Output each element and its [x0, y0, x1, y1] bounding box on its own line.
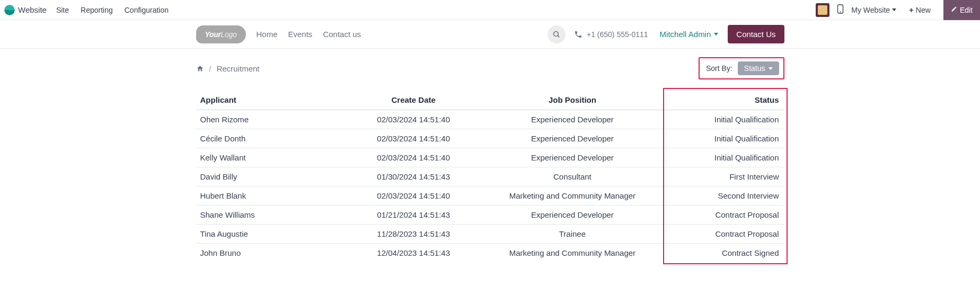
- edit-button[interactable]: Edit: [943, 0, 980, 20]
- cell-applicant: John Bruno: [196, 244, 349, 263]
- cell-status: Initial Qualification: [666, 110, 784, 129]
- caret-down-icon: [769, 67, 773, 70]
- breadcrumb-separator: /: [209, 64, 211, 73]
- cell-status: Contract Signed: [666, 244, 784, 263]
- table-row[interactable]: John Bruno12/04/2023 14:51:43Marketing a…: [196, 244, 784, 263]
- nav-events[interactable]: Events: [288, 30, 313, 39]
- brand-logo-text: YourLogo: [205, 30, 236, 39]
- cell-status: Initial Qualification: [666, 129, 784, 148]
- cell-status: Initial Qualification: [666, 148, 784, 167]
- cell-job-position: Marketing and Community Manager: [478, 244, 666, 263]
- top-right: My Website + New Edit: [816, 0, 980, 20]
- top-menu-reporting[interactable]: Reporting: [81, 6, 113, 14]
- phone-block: +1 (650) 555-0111: [574, 30, 648, 39]
- table-header-row: Applicant Create Date Job Position Statu…: [196, 90, 784, 110]
- cell-create-date: 11/28/2023 14:51:43: [349, 225, 478, 244]
- edit-label: Edit: [960, 6, 973, 14]
- site-header: YourLogo Home Events Contact us +1 (650)…: [0, 20, 980, 49]
- cell-job-position: Consultant: [478, 167, 666, 186]
- top-menu-configuration[interactable]: Configuration: [125, 6, 169, 14]
- cell-applicant: Shane Williams: [196, 205, 349, 225]
- top-menu: Site Reporting Configuration: [56, 6, 169, 14]
- sort-by-value: Status: [744, 64, 765, 73]
- svg-point-1: [840, 12, 841, 13]
- table-row[interactable]: Ohen Rizome02/03/2024 14:51:40Experience…: [196, 110, 784, 129]
- new-label: New: [916, 6, 931, 14]
- caret-down-icon: [714, 33, 718, 35]
- cell-job-position: Trainee: [478, 225, 666, 244]
- main-content: / Recruitment Sort By: Status Applicant …: [196, 49, 784, 267]
- my-website-dropdown[interactable]: My Website: [851, 6, 896, 14]
- phone-number[interactable]: +1 (650) 555-0111: [587, 30, 648, 39]
- cell-job-position: Experienced Developer: [478, 205, 666, 225]
- cell-status: Second Interview: [666, 186, 784, 205]
- avatar[interactable]: [816, 3, 829, 17]
- breadcrumb: / Recruitment: [196, 64, 260, 73]
- table-row[interactable]: Shane Williams01/21/2024 14:51:43Experie…: [196, 205, 784, 225]
- caret-down-icon: [892, 8, 896, 11]
- cell-create-date: 12/04/2023 14:51:43: [349, 244, 478, 263]
- search-button[interactable]: [548, 25, 566, 43]
- cell-create-date: 01/30/2024 14:51:43: [349, 167, 478, 186]
- app-name[interactable]: Website: [18, 5, 47, 14]
- col-header-create-date[interactable]: Create Date: [349, 90, 478, 110]
- cell-create-date: 02/03/2024 14:51:40: [349, 129, 478, 148]
- table-row[interactable]: David Billy01/30/2024 14:51:43Consultant…: [196, 167, 784, 186]
- cell-create-date: 01/21/2024 14:51:43: [349, 205, 478, 225]
- top-bar: Website Site Reporting Configuration My …: [0, 0, 980, 20]
- user-name: Mitchell Admin: [660, 30, 711, 39]
- user-dropdown[interactable]: Mitchell Admin: [660, 30, 719, 39]
- cell-create-date: 02/03/2024 14:51:40: [349, 148, 478, 167]
- recruitment-table: Applicant Create Date Job Position Statu…: [196, 90, 784, 262]
- cell-applicant: David Billy: [196, 167, 349, 186]
- new-button[interactable]: + New: [904, 5, 936, 14]
- nav-contact-us[interactable]: Contact us: [323, 30, 361, 39]
- cell-job-position: Experienced Developer: [478, 148, 666, 167]
- brand-logo[interactable]: YourLogo: [196, 25, 246, 43]
- svg-line-3: [558, 35, 559, 37]
- svg-point-2: [554, 31, 559, 36]
- cell-create-date: 02/03/2024 14:51:40: [349, 110, 478, 129]
- search-icon: [552, 30, 561, 39]
- col-header-job-position[interactable]: Job Position: [478, 90, 666, 110]
- cell-applicant: Kelly Wallant: [196, 148, 349, 167]
- col-header-applicant[interactable]: Applicant: [196, 90, 349, 110]
- nav-home[interactable]: Home: [257, 30, 278, 39]
- odoo-logo-icon: [4, 5, 15, 15]
- cell-applicant: Cécile Donth: [196, 129, 349, 148]
- plus-icon: +: [909, 5, 914, 14]
- cell-applicant: Ohen Rizome: [196, 110, 349, 129]
- table-row[interactable]: Kelly Wallant02/03/2024 14:51:40Experien…: [196, 148, 784, 167]
- phone-icon: [574, 30, 582, 39]
- sort-by-dropdown[interactable]: Status: [738, 61, 779, 75]
- cell-applicant: Tina Augustie: [196, 225, 349, 244]
- mobile-icon[interactable]: [837, 4, 844, 15]
- breadcrumb-current: Recruitment: [217, 64, 260, 73]
- sort-by-box: Sort By: Status: [699, 57, 784, 79]
- cell-job-position: Marketing and Community Manager: [478, 186, 666, 205]
- table-row[interactable]: Cécile Donth02/03/2024 14:51:40Experienc…: [196, 129, 784, 148]
- cell-status: Contract Proposal: [666, 225, 784, 244]
- table-container: Applicant Create Date Job Position Statu…: [196, 90, 784, 262]
- site-nav: Home Events Contact us: [257, 30, 361, 39]
- cell-applicant: Hubert Blank: [196, 186, 349, 205]
- sort-by-label: Sort By:: [706, 64, 732, 73]
- my-website-label: My Website: [851, 6, 890, 14]
- pencil-icon: [951, 6, 957, 14]
- cell-status: Contract Proposal: [666, 205, 784, 225]
- cell-job-position: Experienced Developer: [478, 110, 666, 129]
- cell-status: First Interview: [666, 167, 784, 186]
- contact-us-button[interactable]: Contact Us: [728, 25, 784, 43]
- table-row[interactable]: Hubert Blank02/03/2024 14:51:40Marketing…: [196, 186, 784, 205]
- top-menu-site[interactable]: Site: [56, 6, 69, 14]
- cell-create-date: 02/03/2024 14:51:40: [349, 186, 478, 205]
- col-header-status[interactable]: Status: [666, 90, 784, 110]
- breadcrumb-row: / Recruitment Sort By: Status: [196, 57, 784, 79]
- contact-us-label: Contact Us: [736, 30, 775, 39]
- cell-job-position: Experienced Developer: [478, 129, 666, 148]
- table-body: Ohen Rizome02/03/2024 14:51:40Experience…: [196, 110, 784, 263]
- table-row[interactable]: Tina Augustie11/28/2023 14:51:43TraineeC…: [196, 225, 784, 244]
- home-icon[interactable]: [196, 65, 204, 73]
